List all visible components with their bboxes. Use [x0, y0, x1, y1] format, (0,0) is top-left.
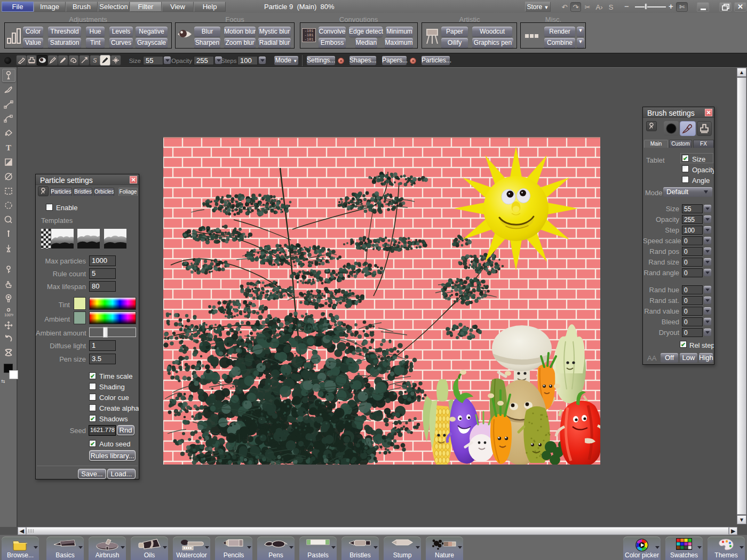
svg-text:S: S: [93, 57, 97, 63]
svg-text:100%: 100%: [4, 313, 13, 317]
svg-text:T: T: [6, 143, 11, 152]
